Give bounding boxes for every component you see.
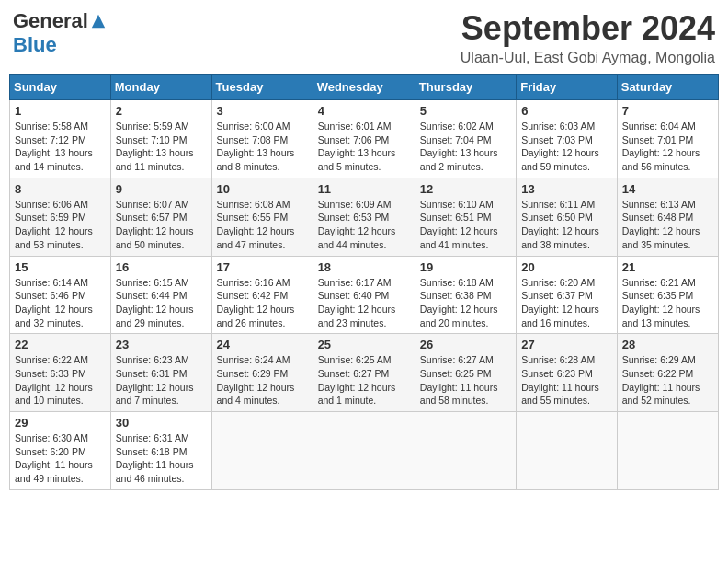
day-number: 22 — [15, 338, 106, 351]
logo-blue-text: Blue — [13, 33, 57, 57]
day-number: 19 — [420, 260, 511, 274]
day-number: 12 — [420, 182, 511, 196]
day-number: 28 — [622, 338, 713, 351]
day-number: 4 — [318, 104, 410, 118]
calendar-cell: 29 Sunrise: 6:30 AMSunset: 6:20 PMDaylig… — [10, 412, 111, 490]
calendar-cell: 25 Sunrise: 6:25 AMSunset: 6:27 PMDaylig… — [313, 334, 415, 412]
calendar-cell — [415, 412, 516, 490]
cell-content: Sunrise: 6:16 AMSunset: 6:42 PMDaylight:… — [217, 277, 295, 328]
calendar-cell — [211, 412, 313, 490]
calendar-cell — [517, 412, 618, 490]
column-header-thursday: Thursday — [415, 75, 516, 100]
calendar-cell: 9 Sunrise: 6:07 AMSunset: 6:57 PMDayligh… — [110, 178, 211, 256]
calendar-cell: 8 Sunrise: 6:06 AMSunset: 6:59 PMDayligh… — [10, 178, 111, 256]
month-title: September 2024 — [461, 9, 715, 48]
day-number: 11 — [318, 182, 410, 196]
calendar-cell: 21 Sunrise: 6:21 AMSunset: 6:35 PMDaylig… — [617, 256, 718, 334]
calendar-cell: 22 Sunrise: 6:22 AMSunset: 6:33 PMDaylig… — [10, 334, 111, 412]
svg-marker-0 — [92, 15, 105, 28]
cell-content: Sunrise: 6:04 AMSunset: 7:01 PMDaylight:… — [622, 121, 700, 172]
cell-content: Sunrise: 6:22 AMSunset: 6:33 PMDaylight:… — [15, 354, 93, 406]
calendar-cell: 6 Sunrise: 6:03 AMSunset: 7:03 PMDayligh… — [517, 100, 618, 178]
calendar-week-4: 22 Sunrise: 6:22 AMSunset: 6:33 PMDaylig… — [10, 334, 719, 412]
day-number: 3 — [217, 104, 308, 118]
day-number: 1 — [15, 104, 106, 118]
cell-content: Sunrise: 6:28 AMSunset: 6:23 PMDaylight:… — [521, 354, 599, 406]
day-number: 29 — [15, 416, 106, 430]
cell-content: Sunrise: 6:03 AMSunset: 7:03 PMDaylight:… — [521, 121, 599, 172]
day-number: 6 — [521, 104, 612, 118]
cell-content: Sunrise: 6:01 AMSunset: 7:06 PMDaylight:… — [318, 121, 396, 172]
cell-content: Sunrise: 6:24 AMSunset: 6:29 PMDaylight:… — [217, 354, 295, 406]
location-title: Ulaan-Uul, East Gobi Aymag, Mongolia — [461, 50, 715, 66]
cell-content: Sunrise: 6:29 AMSunset: 6:22 PMDaylight:… — [622, 354, 700, 406]
cell-content: Sunrise: 6:25 AMSunset: 6:27 PMDaylight:… — [318, 354, 396, 406]
cell-content: Sunrise: 5:59 AMSunset: 7:10 PMDaylight:… — [116, 121, 194, 172]
day-number: 2 — [116, 104, 207, 118]
day-number: 16 — [116, 260, 207, 274]
calendar-cell: 17 Sunrise: 6:16 AMSunset: 6:42 PMDaylig… — [211, 256, 313, 334]
calendar-cell: 28 Sunrise: 6:29 AMSunset: 6:22 PMDaylig… — [617, 334, 718, 412]
cell-content: Sunrise: 6:08 AMSunset: 6:55 PMDaylight:… — [217, 199, 295, 250]
day-number: 24 — [217, 338, 308, 351]
cell-content: Sunrise: 6:11 AMSunset: 6:50 PMDaylight:… — [521, 199, 599, 250]
calendar-cell: 5 Sunrise: 6:02 AMSunset: 7:04 PMDayligh… — [415, 100, 516, 178]
logo-triangle-icon — [90, 13, 107, 29]
calendar-cell: 23 Sunrise: 6:23 AMSunset: 6:31 PMDaylig… — [110, 334, 211, 412]
calendar-cell: 3 Sunrise: 6:00 AMSunset: 7:08 PMDayligh… — [211, 100, 313, 178]
calendar-cell: 26 Sunrise: 6:27 AMSunset: 6:25 PMDaylig… — [415, 334, 516, 412]
calendar-cell: 19 Sunrise: 6:18 AMSunset: 6:38 PMDaylig… — [415, 256, 516, 334]
cell-content: Sunrise: 5:58 AMSunset: 7:12 PMDaylight:… — [15, 121, 93, 172]
calendar-cell: 11 Sunrise: 6:09 AMSunset: 6:53 PMDaylig… — [313, 178, 415, 256]
calendar-week-1: 1 Sunrise: 5:58 AMSunset: 7:12 PMDayligh… — [10, 100, 719, 178]
cell-content: Sunrise: 6:17 AMSunset: 6:40 PMDaylight:… — [318, 277, 396, 328]
column-header-sunday: Sunday — [10, 75, 111, 100]
cell-content: Sunrise: 6:31 AMSunset: 6:18 PMDaylight:… — [116, 432, 194, 484]
day-number: 25 — [318, 338, 410, 351]
cell-content: Sunrise: 6:15 AMSunset: 6:44 PMDaylight:… — [116, 277, 194, 328]
day-number: 10 — [217, 182, 308, 196]
calendar-table: SundayMondayTuesdayWednesdayThursdayFrid… — [9, 74, 719, 490]
calendar-cell: 4 Sunrise: 6:01 AMSunset: 7:06 PMDayligh… — [313, 100, 415, 178]
cell-content: Sunrise: 6:00 AMSunset: 7:08 PMDaylight:… — [217, 121, 295, 172]
calendar-cell: 2 Sunrise: 5:59 AMSunset: 7:10 PMDayligh… — [110, 100, 211, 178]
cell-content: Sunrise: 6:02 AMSunset: 7:04 PMDaylight:… — [420, 121, 498, 172]
column-header-saturday: Saturday — [617, 75, 718, 100]
calendar-cell: 20 Sunrise: 6:20 AMSunset: 6:37 PMDaylig… — [517, 256, 618, 334]
day-number: 23 — [116, 338, 207, 351]
day-number: 30 — [116, 416, 207, 430]
day-number: 26 — [420, 338, 511, 351]
page-header: General Blue September 2024 Ulaan-Uul, E… — [9, 9, 719, 66]
calendar-cell: 18 Sunrise: 6:17 AMSunset: 6:40 PMDaylig… — [313, 256, 415, 334]
day-number: 14 — [622, 182, 713, 196]
day-number: 9 — [116, 182, 207, 196]
day-number: 8 — [15, 182, 106, 196]
calendar-cell — [313, 412, 415, 490]
day-number: 5 — [420, 104, 511, 118]
calendar-cell: 30 Sunrise: 6:31 AMSunset: 6:18 PMDaylig… — [110, 412, 211, 490]
calendar-cell: 24 Sunrise: 6:24 AMSunset: 6:29 PMDaylig… — [211, 334, 313, 412]
cell-content: Sunrise: 6:14 AMSunset: 6:46 PMDaylight:… — [15, 277, 93, 328]
calendar-cell: 7 Sunrise: 6:04 AMSunset: 7:01 PMDayligh… — [617, 100, 718, 178]
cell-content: Sunrise: 6:30 AMSunset: 6:20 PMDaylight:… — [15, 432, 93, 484]
day-number: 20 — [521, 260, 612, 274]
cell-content: Sunrise: 6:09 AMSunset: 6:53 PMDaylight:… — [318, 199, 396, 250]
day-number: 27 — [521, 338, 612, 351]
cell-content: Sunrise: 6:18 AMSunset: 6:38 PMDaylight:… — [420, 277, 498, 328]
cell-content: Sunrise: 6:13 AMSunset: 6:48 PMDaylight:… — [622, 199, 700, 250]
column-header-tuesday: Tuesday — [211, 75, 313, 100]
cell-content: Sunrise: 6:06 AMSunset: 6:59 PMDaylight:… — [15, 199, 93, 250]
title-block: September 2024 Ulaan-Uul, East Gobi Ayma… — [461, 9, 715, 66]
calendar-cell: 16 Sunrise: 6:15 AMSunset: 6:44 PMDaylig… — [110, 256, 211, 334]
day-number: 17 — [217, 260, 308, 274]
calendar-week-5: 29 Sunrise: 6:30 AMSunset: 6:20 PMDaylig… — [10, 412, 719, 490]
calendar-cell — [617, 412, 718, 490]
calendar-cell: 1 Sunrise: 5:58 AMSunset: 7:12 PMDayligh… — [10, 100, 111, 178]
day-number: 7 — [622, 104, 713, 118]
calendar-cell: 15 Sunrise: 6:14 AMSunset: 6:46 PMDaylig… — [10, 256, 111, 334]
logo-general-text: General — [13, 9, 88, 33]
cell-content: Sunrise: 6:07 AMSunset: 6:57 PMDaylight:… — [116, 199, 194, 250]
column-header-friday: Friday — [517, 75, 618, 100]
cell-content: Sunrise: 6:27 AMSunset: 6:25 PMDaylight:… — [420, 354, 498, 406]
calendar-cell: 12 Sunrise: 6:10 AMSunset: 6:51 PMDaylig… — [415, 178, 516, 256]
